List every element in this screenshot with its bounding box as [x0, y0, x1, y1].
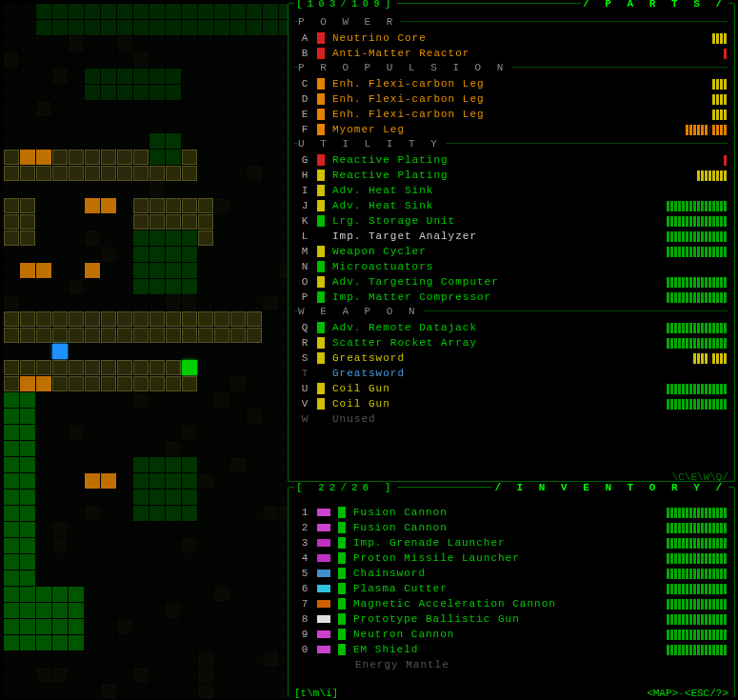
map-tile[interactable]	[20, 603, 35, 618]
map-tile[interactable]	[198, 425, 213, 440]
map-tile[interactable]	[52, 651, 68, 667]
map-tile[interactable]	[182, 52, 197, 68]
map-tile[interactable]	[198, 635, 213, 650]
map-tile[interactable]	[198, 570, 213, 586]
map-tile[interactable]	[85, 538, 100, 553]
map-tile[interactable]	[117, 20, 132, 35]
map-tile[interactable]	[182, 684, 197, 699]
map-tile[interactable]	[230, 425, 246, 440]
map-tile[interactable]	[214, 85, 229, 100]
map-tile[interactable]	[230, 52, 246, 68]
map-tile[interactable]	[52, 635, 68, 650]
map-tile[interactable]	[117, 344, 132, 359]
map-tile[interactable]	[263, 522, 278, 537]
part-row[interactable]: J Adv. Heat Sink	[289, 198, 734, 213]
map-tile[interactable]	[198, 344, 213, 359]
map-tile[interactable]	[69, 538, 84, 553]
map-tile[interactable]	[182, 101, 197, 116]
map-tile[interactable]	[263, 409, 278, 424]
map-tile[interactable]	[166, 376, 181, 391]
map-tile[interactable]	[133, 635, 149, 650]
map-tile[interactable]	[133, 295, 149, 310]
map-tile[interactable]	[150, 441, 165, 456]
map-tile[interactable]	[36, 85, 51, 100]
map-tile[interactable]	[150, 311, 165, 327]
map-tile[interactable]	[150, 20, 165, 35]
map-tile[interactable]	[214, 133, 229, 149]
map-tile[interactable]	[69, 311, 84, 327]
map-tile[interactable]	[101, 522, 116, 537]
map-tile[interactable]	[36, 166, 51, 181]
map-tile[interactable]	[247, 4, 262, 19]
map-tile[interactable]	[182, 603, 197, 618]
map-tile[interactable]	[117, 668, 132, 683]
map-tile[interactable]	[69, 295, 84, 310]
map-tile[interactable]	[52, 360, 68, 375]
map-tile[interactable]	[101, 263, 116, 278]
map-tile[interactable]	[69, 554, 84, 570]
map-tile[interactable]	[20, 587, 35, 602]
map-tile[interactable]	[214, 52, 229, 68]
map-tile[interactable]	[36, 182, 51, 197]
map-tile[interactable]	[230, 214, 246, 230]
map-tile[interactable]	[198, 603, 213, 618]
map-tile[interactable]	[85, 295, 100, 310]
map-tile[interactable]	[198, 684, 213, 699]
map-tile[interactable]	[117, 538, 132, 553]
map-tile[interactable]	[85, 230, 100, 246]
map-tile[interactable]	[69, 570, 84, 586]
map-tile[interactable]	[117, 69, 132, 84]
map-tile[interactable]	[85, 522, 100, 537]
map-tile[interactable]	[214, 295, 229, 310]
map-tile[interactable]	[166, 214, 181, 230]
map-tile[interactable]	[85, 392, 100, 408]
map-tile[interactable]	[69, 668, 84, 683]
map-tile[interactable]	[166, 635, 181, 650]
map-tile[interactable]	[263, 603, 278, 618]
map-tile[interactable]	[150, 457, 165, 472]
map-tile[interactable]	[52, 538, 68, 553]
map-tile[interactable]	[85, 20, 100, 35]
map-tile[interactable]	[150, 198, 165, 213]
map-tile[interactable]	[117, 651, 132, 667]
map-tile[interactable]	[4, 668, 19, 683]
map-tile[interactable]	[36, 554, 51, 570]
map-tile[interactable]	[230, 506, 246, 521]
map-tile[interactable]	[230, 457, 246, 472]
map-tile[interactable]	[198, 376, 213, 391]
inventory-row[interactable]: 4 Proton Missile Launcher	[289, 550, 734, 566]
part-row[interactable]: H Reactive Plating	[289, 168, 734, 183]
map-tile[interactable]	[4, 457, 19, 472]
map-tile[interactable]	[230, 570, 246, 586]
map-tile[interactable]	[101, 554, 116, 570]
map-tile[interactable]	[247, 554, 262, 570]
map-tile[interactable]	[20, 473, 35, 489]
map-tile[interactable]	[69, 198, 84, 213]
map-tile[interactable]	[52, 230, 68, 246]
map-tile[interactable]	[214, 425, 229, 440]
map-tile[interactable]	[263, 490, 278, 505]
map-tile[interactable]	[150, 392, 165, 408]
map-tile[interactable]	[214, 4, 229, 19]
part-row[interactable]: P Imp. Matter Compressor	[289, 290, 734, 305]
map-tile[interactable]	[36, 36, 51, 51]
map-tile[interactable]	[133, 522, 149, 537]
map-tile[interactable]	[230, 328, 246, 343]
map-tile[interactable]	[133, 198, 149, 213]
map-tile[interactable]	[263, 230, 278, 246]
map-tile[interactable]	[150, 668, 165, 683]
map-tile[interactable]	[150, 635, 165, 650]
map-tile[interactable]	[117, 36, 132, 51]
map-tile[interactable]	[52, 603, 68, 618]
map-tile[interactable]	[101, 538, 116, 553]
map-tile[interactable]	[263, 4, 278, 19]
map-tile[interactable]	[198, 360, 213, 375]
map-tile[interactable]	[182, 409, 197, 424]
map-tile[interactable]	[20, 360, 35, 375]
map-tile[interactable]	[166, 198, 181, 213]
map-tile[interactable]	[230, 473, 246, 489]
map-tile[interactable]	[133, 263, 149, 278]
map-tile[interactable]	[4, 554, 19, 570]
map-tile[interactable]	[4, 425, 19, 440]
map-tile[interactable]	[166, 425, 181, 440]
